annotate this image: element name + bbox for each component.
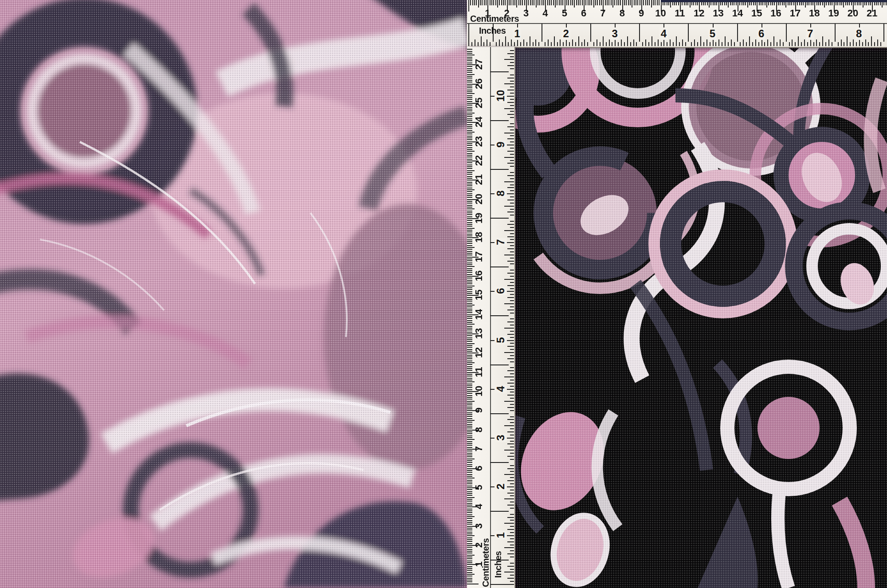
v-cm-number: 23 [473, 136, 485, 146]
v-cm-tick [467, 416, 472, 417]
h-cm-tick [516, 0, 517, 8]
v-cm-tick [467, 234, 472, 235]
v-cm-tick [467, 451, 472, 451]
v-cm-tick [467, 568, 472, 569]
h-cm-tick [659, 0, 659, 5]
v-cm-tick [467, 349, 472, 350]
v-inch-number: 7 [495, 238, 507, 247]
h-inch-tick [652, 36, 652, 46]
v-cm-number: 5 [473, 485, 485, 490]
v-cm-tick [467, 551, 472, 552]
v-inch-tick [504, 328, 514, 329]
v-inch-tick [504, 474, 514, 475]
h-inch-number: 4 [659, 27, 668, 40]
v-cm-tick [467, 381, 475, 382]
v-cm-tick [467, 130, 472, 131]
h-cm-tick [551, 0, 552, 5]
h-cm-tick [509, 0, 510, 5]
v-inch-tick [510, 477, 514, 478]
h-inch-tick [718, 39, 719, 46]
h-inch-tick [581, 42, 582, 46]
v-cm-tick [467, 74, 475, 75]
v-cm-tick [467, 145, 472, 146]
h-cm-tick [588, 0, 589, 5]
v-inch-tick [490, 511, 509, 512]
v-inch-tick [507, 480, 514, 481]
h-cm-tick [555, 0, 556, 8]
v-inch-tick [507, 456, 514, 457]
h-cm-number: 7 [600, 8, 605, 19]
v-inch-tick [504, 572, 514, 572]
v-cm-number: 6 [473, 465, 485, 470]
v-inch-tick [490, 267, 509, 267]
h-inch-tick [563, 42, 564, 46]
h-cm-tick [528, 0, 529, 5]
v-cm-tick [467, 474, 472, 475]
h-inch-tick [481, 36, 482, 46]
v-cm-tick [467, 581, 472, 582]
v-cm-tick [467, 403, 472, 404]
v-cm-tick [467, 82, 472, 82]
v-cm-tick [467, 358, 472, 359]
v-cm-tick [467, 535, 475, 536]
v-inch-tick [510, 495, 514, 496]
v-inch-tick [510, 361, 514, 362]
v-inch-tick [510, 386, 514, 387]
v-inch-tick [510, 398, 514, 399]
h-inch-tick [624, 42, 625, 46]
v-inch-tick [510, 337, 514, 338]
v-cm-tick [467, 162, 472, 163]
v-inch-tick [510, 111, 514, 112]
h-cm-tick [653, 0, 654, 5]
h-inch-tick [526, 42, 527, 46]
v-cm-tick [467, 310, 472, 311]
v-inch-tick [507, 358, 514, 359]
h-inch-tick [777, 42, 777, 46]
v-cm-tick [467, 464, 472, 465]
v-cm-tick [467, 260, 472, 261]
h-inch-tick [703, 42, 704, 46]
h-cm-tick [553, 0, 554, 5]
v-inch-tick [510, 349, 514, 350]
v-inch-tick [510, 404, 514, 405]
v-cm-tick [467, 107, 472, 108]
h-cm-tick [649, 0, 650, 5]
v-inch-tick [510, 380, 514, 380]
h-cm-tick [542, 0, 542, 5]
v-inch-tick [510, 313, 514, 314]
v-cm-tick [467, 57, 472, 58]
v-cm-tick [467, 345, 472, 346]
h-inch-tick [578, 36, 579, 46]
h-cm-tick [637, 0, 638, 5]
v-inch-number: 4 [495, 384, 507, 393]
v-cm-tick [467, 318, 472, 319]
v-cm-tick [467, 220, 472, 221]
h-inch-tick [798, 36, 799, 46]
h-cm-tick [495, 0, 496, 5]
v-inch-tick [504, 523, 514, 524]
h-inch-tick [758, 42, 759, 46]
v-cm-tick [467, 332, 472, 333]
v-cm-number: 14 [473, 309, 485, 319]
h-cm-tick [547, 0, 548, 5]
v-inch-tick [507, 578, 514, 579]
v-cm-tick [467, 126, 472, 127]
h-inch-tick [700, 36, 701, 46]
v-cm-tick [467, 185, 472, 186]
v-inch-tick [504, 206, 514, 207]
v-inch-tick [510, 99, 514, 100]
h-inch-tick [560, 39, 561, 46]
h-cm-tick [616, 0, 617, 5]
h-inch-tick [655, 42, 655, 46]
h-inch-tick [538, 42, 539, 46]
h-cm-tick [493, 0, 494, 5]
v-inch-tick [510, 502, 514, 502]
v-cm-tick [467, 60, 472, 61]
v-inch-tick [490, 71, 509, 72]
v-inch-tick [510, 245, 514, 246]
v-inch-tick [510, 563, 514, 564]
v-inch-tick [510, 575, 514, 576]
v-cm-tick [467, 211, 472, 212]
v-inch-tick [504, 59, 514, 60]
v-cm-tick [467, 524, 472, 525]
